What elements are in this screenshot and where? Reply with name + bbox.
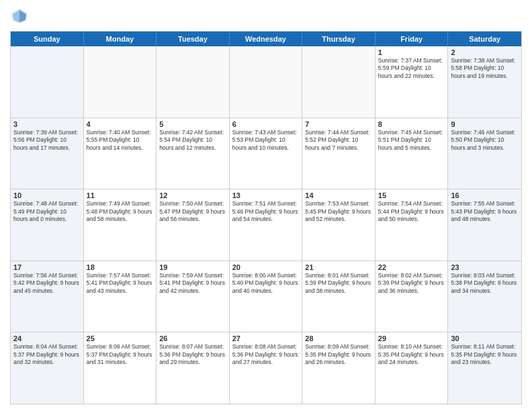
day-number: 20 (232, 263, 300, 271)
day-cell-14: 14Sunrise: 7:53 AM Sunset: 5:45 PM Dayli… (302, 189, 375, 261)
day-info: Sunrise: 7:37 AM Sunset: 5:59 PM Dayligh… (378, 57, 445, 80)
day-info: Sunrise: 8:03 AM Sunset: 5:38 PM Dayligh… (451, 272, 519, 295)
day-header-saturday: Saturday (448, 32, 521, 46)
day-cell-20: 20Sunrise: 8:00 AM Sunset: 5:40 PM Dayli… (230, 261, 303, 332)
day-info: Sunrise: 8:11 AM Sunset: 5:35 PM Dayligh… (451, 343, 519, 366)
day-cell-26: 26Sunrise: 8:07 AM Sunset: 5:36 PM Dayli… (157, 332, 230, 404)
day-headers: SundayMondayTuesdayWednesdayThursdayFrid… (11, 32, 521, 46)
day-number: 12 (159, 191, 226, 199)
day-number: 5 (159, 120, 226, 128)
day-cell-5: 5Sunrise: 7:42 AM Sunset: 5:54 PM Daylig… (157, 118, 230, 189)
day-info: Sunrise: 7:50 AM Sunset: 5:47 PM Dayligh… (159, 200, 226, 223)
day-cell-empty (302, 46, 375, 118)
header (10, 7, 522, 26)
day-info: Sunrise: 8:02 AM Sunset: 5:39 PM Dayligh… (378, 272, 445, 295)
day-number: 10 (13, 191, 81, 199)
day-cell-11: 11Sunrise: 7:49 AM Sunset: 5:48 PM Dayli… (84, 189, 157, 261)
day-cell-23: 23Sunrise: 8:03 AM Sunset: 5:38 PM Dayli… (448, 261, 521, 332)
day-info: Sunrise: 7:39 AM Sunset: 5:56 PM Dayligh… (13, 129, 81, 152)
day-info: Sunrise: 8:01 AM Sunset: 5:39 PM Dayligh… (305, 272, 372, 295)
day-cell-27: 27Sunrise: 8:08 AM Sunset: 5:36 PM Dayli… (230, 332, 303, 404)
day-cell-17: 17Sunrise: 7:56 AM Sunset: 5:42 PM Dayli… (11, 261, 84, 332)
day-number: 19 (159, 263, 226, 271)
day-header-tuesday: Tuesday (157, 32, 230, 46)
day-cell-empty (230, 46, 303, 118)
day-number: 9 (451, 120, 519, 128)
day-info: Sunrise: 7:38 AM Sunset: 5:58 PM Dayligh… (451, 57, 519, 80)
day-number: 11 (87, 191, 154, 199)
day-number: 28 (305, 334, 372, 342)
day-info: Sunrise: 7:40 AM Sunset: 5:55 PM Dayligh… (87, 129, 154, 152)
day-info: Sunrise: 8:00 AM Sunset: 5:40 PM Dayligh… (232, 272, 300, 295)
day-cell-3: 3Sunrise: 7:39 AM Sunset: 5:56 PM Daylig… (11, 118, 84, 189)
day-cell-1: 1Sunrise: 7:37 AM Sunset: 5:59 PM Daylig… (375, 46, 449, 118)
day-number: 2 (451, 48, 519, 56)
day-cell-12: 12Sunrise: 7:50 AM Sunset: 5:47 PM Dayli… (157, 189, 230, 261)
day-info: Sunrise: 7:49 AM Sunset: 5:48 PM Dayligh… (87, 200, 154, 223)
day-number: 14 (305, 191, 372, 199)
day-cell-6: 6Sunrise: 7:43 AM Sunset: 5:53 PM Daylig… (230, 118, 303, 189)
day-number: 27 (232, 334, 300, 342)
day-info: Sunrise: 7:56 AM Sunset: 5:42 PM Dayligh… (13, 272, 81, 295)
day-number: 3 (13, 120, 81, 128)
day-info: Sunrise: 7:53 AM Sunset: 5:45 PM Dayligh… (305, 200, 372, 223)
week-row-1: 1Sunrise: 7:37 AM Sunset: 5:59 PM Daylig… (11, 46, 521, 118)
day-info: Sunrise: 7:57 AM Sunset: 5:41 PM Dayligh… (87, 272, 154, 295)
day-header-monday: Monday (84, 32, 157, 46)
day-info: Sunrise: 7:42 AM Sunset: 5:54 PM Dayligh… (159, 129, 226, 152)
day-number: 24 (13, 334, 81, 342)
day-cell-29: 29Sunrise: 8:10 AM Sunset: 5:35 PM Dayli… (375, 332, 449, 404)
day-cell-4: 4Sunrise: 7:40 AM Sunset: 5:55 PM Daylig… (84, 118, 157, 189)
day-number: 17 (13, 263, 81, 271)
day-info: Sunrise: 7:45 AM Sunset: 5:51 PM Dayligh… (378, 129, 445, 152)
day-info: Sunrise: 8:10 AM Sunset: 5:35 PM Dayligh… (378, 343, 445, 366)
day-info: Sunrise: 7:43 AM Sunset: 5:53 PM Dayligh… (232, 129, 300, 152)
day-number: 29 (378, 334, 445, 342)
day-cell-18: 18Sunrise: 7:57 AM Sunset: 5:41 PM Dayli… (84, 261, 157, 332)
day-cell-28: 28Sunrise: 8:09 AM Sunset: 5:35 PM Dayli… (302, 332, 375, 404)
day-info: Sunrise: 8:07 AM Sunset: 5:36 PM Dayligh… (159, 343, 226, 366)
day-info: Sunrise: 7:55 AM Sunset: 5:43 PM Dayligh… (451, 200, 519, 223)
day-cell-empty (157, 46, 230, 118)
day-number: 30 (451, 334, 519, 342)
day-cell-9: 9Sunrise: 7:46 AM Sunset: 5:50 PM Daylig… (448, 118, 521, 189)
day-number: 21 (305, 263, 372, 271)
day-number: 23 (451, 263, 519, 271)
day-cell-15: 15Sunrise: 7:54 AM Sunset: 5:44 PM Dayli… (375, 189, 449, 261)
day-info: Sunrise: 7:48 AM Sunset: 5:49 PM Dayligh… (13, 200, 81, 223)
day-number: 13 (232, 191, 300, 199)
day-cell-10: 10Sunrise: 7:48 AM Sunset: 5:49 PM Dayli… (11, 189, 84, 261)
day-cell-empty (84, 46, 157, 118)
day-info: Sunrise: 8:08 AM Sunset: 5:36 PM Dayligh… (232, 343, 300, 366)
calendar-body: 1Sunrise: 7:37 AM Sunset: 5:59 PM Daylig… (11, 46, 521, 404)
day-header-sunday: Sunday (11, 32, 84, 46)
day-info: Sunrise: 7:59 AM Sunset: 5:41 PM Dayligh… (159, 272, 226, 295)
day-cell-16: 16Sunrise: 7:55 AM Sunset: 5:43 PM Dayli… (448, 189, 521, 261)
day-info: Sunrise: 7:51 AM Sunset: 5:46 PM Dayligh… (232, 200, 300, 223)
day-number: 15 (378, 191, 445, 199)
day-number: 18 (87, 263, 154, 271)
day-number: 8 (378, 120, 445, 128)
week-row-4: 17Sunrise: 7:56 AM Sunset: 5:42 PM Dayli… (11, 261, 521, 332)
day-cell-30: 30Sunrise: 8:11 AM Sunset: 5:35 PM Dayli… (448, 332, 521, 404)
day-info: Sunrise: 7:44 AM Sunset: 5:52 PM Dayligh… (305, 129, 372, 152)
day-cell-21: 21Sunrise: 8:01 AM Sunset: 5:39 PM Dayli… (302, 261, 375, 332)
week-row-2: 3Sunrise: 7:39 AM Sunset: 5:56 PM Daylig… (11, 118, 521, 189)
logo-icon (10, 7, 29, 26)
day-number: 26 (159, 334, 226, 342)
logo (10, 7, 32, 26)
day-info: Sunrise: 8:04 AM Sunset: 5:37 PM Dayligh… (13, 343, 81, 366)
day-header-friday: Friday (375, 32, 449, 46)
day-cell-2: 2Sunrise: 7:38 AM Sunset: 5:58 PM Daylig… (448, 46, 521, 118)
day-cell-25: 25Sunrise: 8:06 AM Sunset: 5:37 PM Dayli… (84, 332, 157, 404)
day-cell-19: 19Sunrise: 7:59 AM Sunset: 5:41 PM Dayli… (157, 261, 230, 332)
week-row-5: 24Sunrise: 8:04 AM Sunset: 5:37 PM Dayli… (11, 332, 521, 404)
day-number: 22 (378, 263, 445, 271)
day-number: 6 (232, 120, 300, 128)
day-info: Sunrise: 8:06 AM Sunset: 5:37 PM Dayligh… (87, 343, 154, 366)
day-info: Sunrise: 7:46 AM Sunset: 5:50 PM Dayligh… (451, 129, 519, 152)
calendar-page: SundayMondayTuesdayWednesdayThursdayFrid… (0, 0, 532, 411)
day-cell-22: 22Sunrise: 8:02 AM Sunset: 5:39 PM Dayli… (375, 261, 449, 332)
day-number: 7 (305, 120, 372, 128)
day-number: 1 (378, 48, 445, 56)
